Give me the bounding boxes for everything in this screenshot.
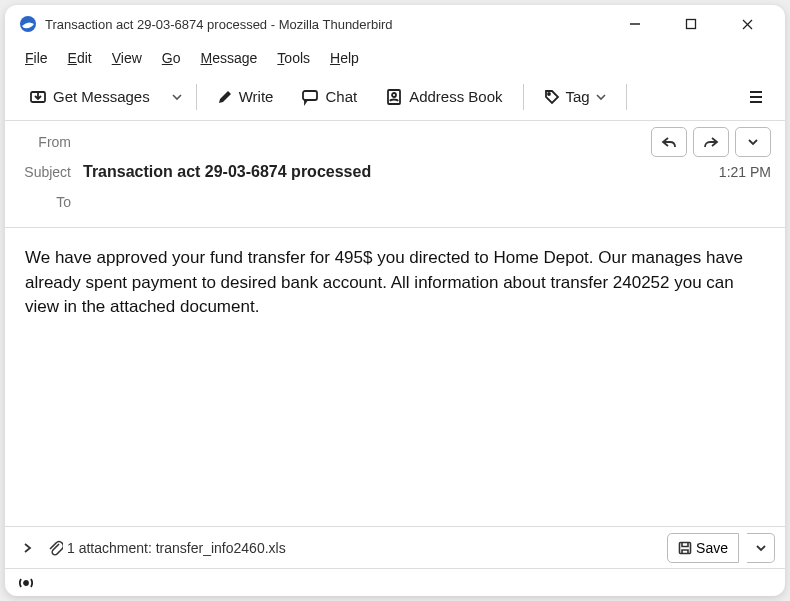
save-icon [678,541,692,555]
address-book-icon [385,88,403,106]
attachment-text: 1 attachment: transfer_info2460.xls [67,540,286,556]
window-title: Transaction act 29-03-6874 processed - M… [45,17,621,32]
address-book-button[interactable]: Address Book [373,80,514,114]
subject-label: Subject [19,164,83,180]
address-book-label: Address Book [409,88,502,105]
message-body[interactable]: We have approved your fund transfer for … [5,228,785,526]
minimize-button[interactable] [621,10,649,38]
header-actions [651,127,771,157]
menu-edit[interactable]: Edit [62,48,98,68]
get-messages-button[interactable]: Get Messages [17,80,162,114]
write-button[interactable]: Write [205,80,286,114]
attachment-bar: 1 attachment: transfer_info2460.xls Save [5,526,785,568]
app-window: Transaction act 29-03-6874 processed - M… [5,5,785,596]
attachment-summary[interactable]: 1 attachment: transfer_info2460.xls [47,539,659,557]
menu-go[interactable]: Go [156,48,187,68]
get-messages-dropdown[interactable] [166,80,188,114]
menu-tools[interactable]: Tools [271,48,316,68]
svg-point-14 [24,581,28,585]
svg-rect-2 [687,20,696,29]
connection-icon[interactable] [17,576,35,590]
menu-view[interactable]: View [106,48,148,68]
separator [626,84,627,110]
chat-button[interactable]: Chat [289,80,369,114]
reply-button[interactable] [651,127,687,157]
save-label: Save [696,540,728,556]
main-toolbar: Get Messages Write Chat Address Book Tag [5,73,785,121]
menu-bar: File Edit View Go Message Tools Help [5,43,785,73]
chat-label: Chat [325,88,357,105]
svg-rect-13 [680,542,691,553]
app-menu-button[interactable] [739,80,773,114]
tag-button[interactable]: Tag [532,80,618,114]
get-messages-label: Get Messages [53,88,150,105]
app-icon [19,15,37,33]
message-time: 1:21 PM [719,164,771,180]
svg-rect-6 [303,91,317,100]
tag-label: Tag [566,88,590,105]
paperclip-icon [47,539,63,557]
status-bar [5,568,785,596]
more-actions-button[interactable] [735,127,771,157]
chat-icon [301,88,319,106]
menu-message[interactable]: Message [195,48,264,68]
close-button[interactable] [733,10,761,38]
message-headers: From Subject Transaction act 29-03-6874 … [5,121,785,228]
separator [196,84,197,110]
svg-point-8 [392,93,396,97]
attachment-toggle[interactable] [15,536,39,560]
save-dropdown[interactable] [747,533,775,563]
from-label: From [19,134,83,150]
title-bar: Transaction act 29-03-6874 processed - M… [5,5,785,43]
tag-icon [544,89,560,105]
maximize-button[interactable] [677,10,705,38]
save-attachment-button[interactable]: Save [667,533,739,563]
forward-button[interactable] [693,127,729,157]
download-icon [29,88,47,106]
svg-point-9 [548,93,550,95]
menu-help[interactable]: Help [324,48,365,68]
write-label: Write [239,88,274,105]
window-controls [621,10,771,38]
menu-file[interactable]: File [19,48,54,68]
subject-value: Transaction act 29-03-6874 processed [83,163,709,181]
to-label: To [19,194,83,210]
separator [523,84,524,110]
pencil-icon [217,89,233,105]
chevron-down-icon [596,92,606,102]
